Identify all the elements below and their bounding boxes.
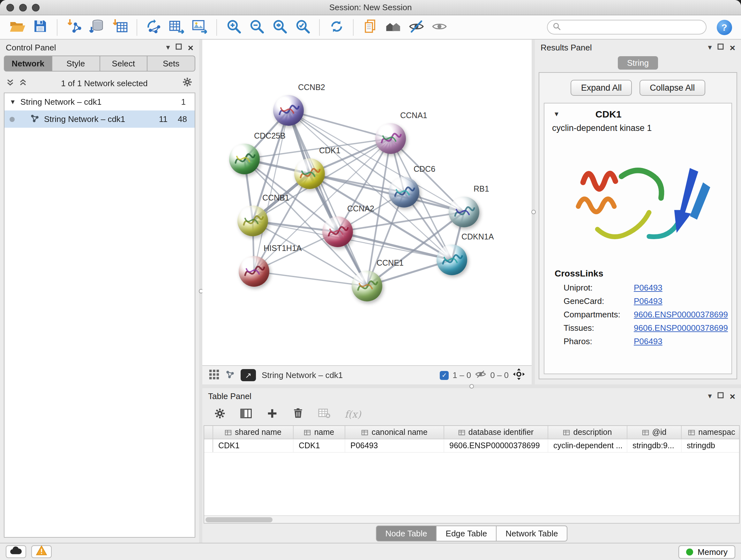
crosslink-link[interactable]: 9606.ENSP00000378699 (634, 310, 728, 319)
edge-HIST1H1A-CCNE1[interactable] (254, 271, 367, 286)
column-header-shared-name[interactable]: shared name (213, 426, 293, 439)
column-header-description[interactable]: description (548, 426, 627, 439)
network-options-gear-icon[interactable] (182, 77, 193, 89)
column-header-database-identifier[interactable]: database identifier (444, 426, 548, 439)
edge-CCNB2-CCNE1[interactable] (288, 111, 367, 286)
table-cell[interactable]: stringdb:9... (627, 439, 682, 452)
zoom-fit-button[interactable] (269, 17, 290, 37)
expand-all-button[interactable]: Expand All (571, 80, 632, 96)
table-cell[interactable]: CDK1 (293, 439, 345, 452)
tab-sets[interactable]: Sets (148, 56, 196, 71)
search-box[interactable] (547, 20, 706, 35)
tab-network-table[interactable]: Network Table (496, 525, 567, 541)
panel-float-icon[interactable] (176, 43, 182, 52)
column-header-id[interactable]: @id (627, 426, 682, 439)
table-settings-gear-icon[interactable] (214, 407, 226, 422)
table-cell[interactable]: P06493 (345, 439, 444, 452)
table-cell[interactable]: cyclin-dependent ... (548, 439, 627, 452)
network-from-selection-button[interactable] (143, 17, 165, 37)
tab-node-table[interactable]: Node Table (376, 525, 436, 541)
panel-menu-icon[interactable]: ▾ (708, 391, 712, 400)
show-all-button[interactable] (428, 17, 450, 37)
network-share-icon[interactable] (225, 369, 235, 381)
network-node-ccna2[interactable] (322, 216, 353, 247)
import-network-database-button[interactable] (86, 17, 108, 37)
export-table-button[interactable] (166, 17, 188, 37)
splitter-knob[interactable] (469, 384, 474, 388)
tab-select[interactable]: Select (100, 56, 148, 71)
home-layout-button[interactable] (382, 17, 404, 37)
collapse-all-icon[interactable] (6, 78, 14, 88)
tree-expand-icon[interactable]: ▼ (10, 98, 16, 105)
crosslink-link[interactable]: 9606.ENSP00000378699 (634, 323, 728, 333)
table-cell[interactable]: CDK1 (213, 439, 293, 452)
network-node-cdkn1a[interactable] (436, 245, 467, 275)
hide-selected-button[interactable] (405, 17, 427, 37)
tab-edge-table[interactable]: Edge Table (437, 525, 497, 541)
tab-string[interactable]: String (617, 56, 658, 70)
expand-all-icon[interactable] (19, 78, 27, 88)
left-splitter[interactable] (199, 40, 202, 543)
panel-close-icon[interactable]: × (730, 391, 735, 401)
panel-close-icon[interactable]: × (188, 43, 193, 52)
crosslink-link[interactable]: P06493 (634, 336, 663, 346)
cloud-status-button[interactable] (6, 545, 26, 558)
scrollbar-thumb[interactable] (205, 517, 273, 522)
save-session-button[interactable] (29, 17, 51, 37)
memory-button[interactable]: Memory (678, 545, 735, 558)
tab-network[interactable]: Network (4, 56, 52, 71)
delete-column-icon[interactable] (292, 408, 304, 422)
import-network-file-button[interactable] (63, 17, 85, 37)
panel-close-icon[interactable]: × (730, 43, 735, 52)
table-cell[interactable]: 9606.ENSP00000378699 (444, 439, 548, 452)
hidden-eye-slash-icon[interactable] (475, 368, 486, 382)
zoom-selected-button[interactable] (292, 17, 313, 37)
network-node-hist1h1a[interactable] (239, 256, 269, 287)
tab-style[interactable]: Style (52, 56, 100, 71)
collapse-all-button[interactable]: Collapse All (639, 80, 705, 96)
network-node-rb1[interactable] (449, 197, 479, 227)
open-session-button[interactable] (6, 17, 28, 37)
fit-content-icon[interactable] (513, 368, 525, 382)
zoom-out-button[interactable] (246, 17, 267, 37)
export-image-button[interactable] (189, 17, 211, 37)
table-cell[interactable]: stringdb (682, 439, 740, 452)
grid-view-icon[interactable] (209, 369, 219, 381)
network-node-ccne1[interactable] (352, 271, 382, 301)
network-collection-row[interactable]: ▼ String Network – cdk1 1 (4, 93, 195, 111)
copy-annotation-button[interactable] (359, 17, 381, 37)
table-splitter[interactable] (202, 384, 741, 388)
network-row[interactable]: String Network – cdk1 11 48 (4, 111, 195, 128)
help-button[interactable]: ? (717, 19, 732, 35)
crosslink-link[interactable]: P06493 (634, 296, 663, 306)
import-table-file-button[interactable] (109, 17, 131, 37)
network-node-ccnb2[interactable] (273, 95, 304, 126)
open-in-new-window-button[interactable]: ↗ (241, 369, 256, 381)
network-node-cdc25b[interactable] (229, 144, 260, 174)
search-input[interactable] (564, 23, 701, 32)
refresh-layout-button[interactable] (326, 17, 347, 37)
warnings-button[interactable] (31, 545, 52, 558)
column-header-name[interactable]: name (293, 426, 345, 439)
panel-menu-icon[interactable]: ▾ (708, 43, 712, 52)
panel-float-icon[interactable] (718, 391, 724, 400)
network-node-ccna1[interactable] (375, 123, 406, 154)
network-node-cdc6[interactable] (389, 177, 419, 207)
create-column-icon[interactable] (266, 407, 278, 422)
section-collapse-icon[interactable]: ▼ (553, 111, 560, 118)
crosslink-link[interactable]: P06493 (634, 283, 663, 293)
right-splitter[interactable] (532, 40, 535, 384)
network-canvas[interactable]: CCNB2CCNA1CDC25BCDK1CDC6RB1CCNB1CCNA2CDK… (202, 40, 532, 365)
splitter-knob[interactable] (531, 210, 536, 214)
table-row[interactable]: CDK1CDK1P064939606.ENSP00000378699cyclin… (204, 439, 739, 453)
network-node-ccnb1[interactable] (238, 206, 268, 236)
show-columns-icon[interactable] (240, 407, 252, 422)
panel-float-icon[interactable] (718, 43, 724, 52)
column-header-canonical-name[interactable]: canonical name (345, 426, 444, 439)
column-header-namespac[interactable]: namespac (682, 426, 740, 439)
selected-checkbox-icon[interactable]: ✓ (440, 371, 449, 380)
network-node-cdk1[interactable] (294, 159, 325, 189)
table-horizontal-scrollbar[interactable] (204, 515, 739, 523)
zoom-in-button[interactable] (223, 17, 245, 37)
panel-menu-icon[interactable]: ▾ (166, 43, 170, 52)
